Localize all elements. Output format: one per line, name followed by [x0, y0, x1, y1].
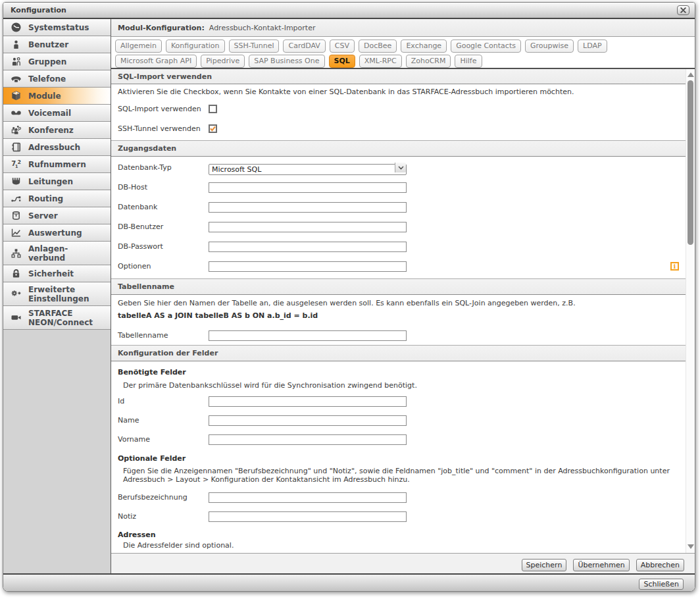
tab-carddav[interactable]: CardDAV [283, 39, 325, 53]
id-input[interactable] [209, 396, 407, 407]
benoetigte-felder-description: Der primäre Datenbankschlüssel wird für … [123, 381, 679, 390]
vertical-scrollbar[interactable] [686, 69, 695, 553]
field-label: Datenbank [118, 203, 209, 211]
section-header-konfiguration-der-felder: Konfiguration der Felder [111, 345, 686, 361]
tab-sql[interactable]: SQL [329, 55, 355, 68]
tab-groupwise[interactable]: Groupwise [525, 39, 574, 53]
field-label: Notiz [118, 512, 209, 521]
scroll-up-arrow-icon[interactable] [688, 72, 694, 77]
tab-microsoft-graph-api[interactable]: Microsoft Graph API [115, 55, 197, 68]
sidebar-item-sicherheit[interactable]: Sicherheit [3, 265, 111, 282]
benoetigte-felder-heading: Benötigte Felder [118, 368, 679, 377]
field-label: DB-Passwort [118, 242, 209, 251]
datenbank-input[interactable] [209, 202, 407, 213]
tab-allgemein[interactable]: Allgemein [115, 39, 162, 53]
sidebar-item-leitungen[interactable]: Leitungen [3, 173, 111, 190]
sidebar-item-rufnummern[interactable]: 712 Rufnummern [3, 156, 111, 173]
sidebar-item-label: Gruppen [28, 57, 66, 66]
tab-row-1: Allgemein Konfiguration SSH-Tunnel CardD… [115, 39, 691, 53]
db-passwort-input[interactable] [209, 242, 407, 252]
vorname-input[interactable] [209, 434, 407, 445]
tabellenname-input[interactable] [209, 330, 407, 341]
db-benutzer-input[interactable] [209, 222, 407, 232]
form-row-berufsbezeichnung: Berufsbezeichnung [118, 492, 679, 503]
sidebar-item-server[interactable]: Server [3, 207, 111, 224]
sidebar-item-anlagenverbund[interactable]: Anlagen-verbund [3, 242, 111, 265]
sidebar-item-telefone[interactable]: Telefone [3, 70, 111, 88]
ssh-tunnel-checkbox[interactable] [209, 124, 217, 133]
tab-google-contacts[interactable]: Google Contacts [451, 39, 521, 53]
sidebar-item-gruppen[interactable]: Gruppen [3, 53, 111, 70]
camera-icon [11, 312, 22, 323]
section-header-zugangsdaten: Zugangsdaten [111, 140, 686, 157]
datenbank-typ-select[interactable]: Microsoft SQL [209, 164, 407, 175]
form-scroll-area: SQL-Import verwenden Aktivieren Sie die … [111, 69, 686, 553]
cancel-button[interactable]: Abbrechen [636, 559, 684, 571]
sidebar-item-starface-neon[interactable]: STARFACENEON/Connect [3, 306, 111, 330]
sidebar-item-label: Auswertung [28, 228, 82, 238]
optionale-felder-heading: Optionale Felder [118, 454, 679, 463]
sidebar-item-module[interactable]: Module [3, 88, 111, 105]
sidebar-item-voicemail[interactable]: Voicemail [3, 105, 111, 122]
sidebar-item-label: Sicherheit [28, 269, 74, 278]
module-header-label: Modul-Konfiguration: [118, 24, 205, 32]
tab-csv[interactable]: CSV [330, 39, 355, 53]
form-row-db-benutzer: DB-Benutzer [118, 221, 679, 232]
sidebar-item-systemstatus[interactable]: Systemstatus [3, 19, 111, 36]
sidebar-item-adressbuch[interactable]: Adressbuch [3, 139, 111, 156]
tab-zohocrm[interactable]: ZohoCRM [406, 55, 451, 68]
field-label: Berufsbezeichnung [118, 493, 209, 502]
window-close-button[interactable] [677, 5, 689, 15]
tab-sap-business-one[interactable]: SAP Business One [249, 55, 324, 68]
form-row-db-passwort: DB-Passwort [118, 241, 679, 252]
sidebar-item-label: Server [28, 211, 58, 221]
sidebar-item-benutzer[interactable]: Benutzer [3, 36, 111, 53]
sidebar-item-konferenz[interactable]: Konferenz [3, 122, 111, 139]
sidebar-item-label: Routing [28, 194, 63, 203]
tab-exchange[interactable]: Exchange [401, 39, 447, 53]
notiz-input[interactable] [209, 511, 407, 522]
field-label: Tabellenname [118, 331, 209, 340]
close-window-button[interactable]: Schließen [639, 579, 684, 590]
tab-docbee[interactable]: DocBee [359, 39, 397, 53]
tabstrip: Allgemein Konfiguration SSH-Tunnel CardD… [111, 37, 695, 69]
form-row-datenbank: Datenbank [118, 201, 679, 213]
berufsbezeichnung-input[interactable] [209, 492, 407, 503]
sidebar-item-auswertung[interactable]: Auswertung [3, 224, 111, 242]
user-icon [11, 39, 22, 50]
field-label: Name [118, 416, 209, 425]
tab-konfiguration[interactable]: Konfiguration [166, 39, 225, 53]
tab-hilfe[interactable]: Hilfe [455, 55, 482, 68]
db-host-input[interactable] [209, 182, 407, 193]
adressen-description: Die Adressfelder sind optional. [123, 541, 679, 550]
checkbox-label: SQL-Import verwenden [118, 105, 209, 113]
form-row-notiz: Notiz [118, 511, 679, 522]
tabellenname-description: Geben Sie hier den Namen der Tabelle an,… [118, 299, 679, 307]
scrollbar-thumb[interactable] [688, 80, 693, 245]
window-title: Konfiguration [11, 6, 66, 14]
scroll-region: SQL-Import verwenden Aktivieren Sie die … [111, 69, 695, 553]
sql-import-checkbox[interactable] [209, 105, 217, 113]
sql-join-example: tabelleA AS a JOIN tabelleB AS b ON a.b_… [118, 311, 679, 320]
sidebar-item-label: Anlagen-verbund [28, 244, 68, 263]
form-row-name: Name [118, 415, 679, 426]
form-footer: Speichern Übernehmen Abbrechen [111, 553, 695, 573]
tab-ssh-tunnel[interactable]: SSH-Tunnel [229, 39, 280, 53]
apply-button[interactable]: Übernehmen [573, 559, 629, 571]
tab-pipedrive[interactable]: Pipedrive [201, 55, 245, 68]
optionen-input[interactable] [209, 261, 407, 272]
lock-icon [11, 268, 22, 279]
sidebar-item-routing[interactable]: Routing [3, 190, 111, 207]
tab-xml-rpc[interactable]: XML-RPC [359, 55, 402, 68]
info-icon[interactable]: i [670, 262, 679, 271]
save-button[interactable]: Speichern [522, 559, 567, 571]
tab-ldap[interactable]: LDAP [578, 39, 607, 53]
sidebar-item-label: Adressbuch [28, 143, 80, 152]
form-row-db-host: DB-Host [118, 182, 679, 193]
module-header-value: Adressbuch-Kontakt-Importer [209, 24, 316, 32]
sidebar-item-erweiterte-einstellungen[interactable]: ErweiterteEinstellungen [3, 282, 111, 306]
check-icon [210, 125, 216, 132]
name-input[interactable] [209, 415, 407, 426]
field-label: Optionen [118, 262, 209, 271]
scroll-down-arrow-icon[interactable] [688, 544, 694, 549]
